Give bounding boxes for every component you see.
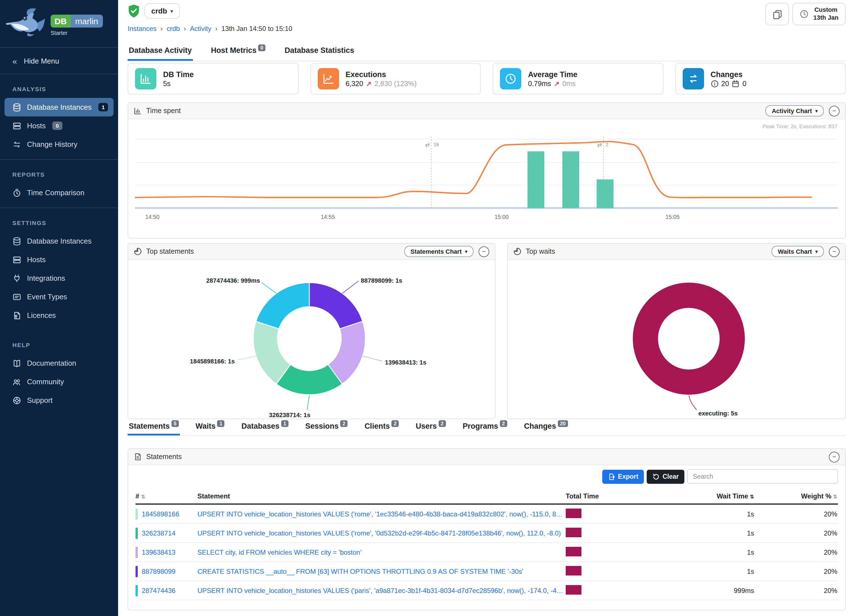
waits-chart-dropdown[interactable]: Waits Chart▾ bbox=[772, 246, 824, 257]
sidebar-item-community[interactable]: Community bbox=[4, 373, 114, 391]
sidebar-item-time-comparison[interactable]: Time Comparison bbox=[4, 183, 114, 202]
donut-slice[interactable] bbox=[256, 283, 309, 329]
sidebar-item-support[interactable]: Support bbox=[4, 391, 114, 410]
statement-id-link[interactable]: 1845898166 bbox=[142, 510, 179, 518]
statement-id-link[interactable]: 287474436 bbox=[142, 586, 175, 594]
statement-id-link[interactable]: 139638413 bbox=[142, 548, 175, 556]
total-time-bar bbox=[566, 508, 581, 518]
statement-id-link[interactable]: 887898099 bbox=[142, 567, 175, 575]
tab-badge: 1 bbox=[217, 420, 225, 427]
executions-bar[interactable] bbox=[597, 180, 614, 208]
collapse-panel-button[interactable]: − bbox=[829, 451, 839, 462]
total-time-bar bbox=[566, 585, 581, 594]
sidebar-item-label: Hosts bbox=[27, 122, 46, 130]
server-icon bbox=[12, 121, 21, 130]
donut-slice[interactable] bbox=[309, 283, 363, 329]
tab-users[interactable]: Users2 bbox=[414, 419, 447, 435]
swap-arrows-icon bbox=[682, 68, 704, 89]
card-value: 0.79ms bbox=[528, 80, 551, 88]
tab-clients[interactable]: Clients2 bbox=[363, 419, 400, 435]
breadcrumb-activity[interactable]: Activity bbox=[190, 25, 211, 33]
sidebar-item-event-types[interactable]: Event Types bbox=[4, 288, 114, 306]
export-button[interactable]: Export bbox=[602, 469, 644, 484]
app-window: DB marlin Starter « Hide Menu ANALYSIS D… bbox=[0, 0, 848, 616]
sort-icon[interactable]: ⇅ bbox=[833, 494, 837, 499]
collapse-panel-button[interactable]: − bbox=[829, 246, 839, 257]
tab-database-activity[interactable]: Database Activity bbox=[127, 43, 193, 61]
divider bbox=[0, 159, 118, 160]
statement-color-accent bbox=[135, 585, 138, 596]
breadcrumb-instances[interactable]: Instances bbox=[127, 25, 157, 33]
pie-chart-icon bbox=[134, 248, 142, 255]
statement-id-link[interactable]: 326238714 bbox=[142, 529, 175, 537]
copy-button[interactable] bbox=[766, 3, 789, 25]
card-title: Average Time bbox=[528, 70, 578, 80]
weight-value: 20% bbox=[754, 548, 837, 556]
sidebar-item-label: Support bbox=[27, 396, 53, 404]
x-tick: 14:55 bbox=[321, 214, 335, 220]
sidebar-item-label: Event Types bbox=[27, 292, 67, 301]
leader-line bbox=[689, 395, 697, 410]
sidebar-item-label: Hosts bbox=[27, 255, 46, 264]
clear-button[interactable]: Clear bbox=[647, 469, 684, 484]
tab-databases[interactable]: Databases1 bbox=[240, 419, 290, 435]
tab-badge: 2 bbox=[500, 420, 507, 427]
sidebar-item-settings-database-instances[interactable]: Database Instances bbox=[4, 232, 114, 250]
panel-title: Time spent bbox=[146, 107, 181, 115]
sidebar-item-settings-hosts[interactable]: Hosts bbox=[4, 250, 114, 269]
time-range-button[interactable]: Custom 13th Jan bbox=[793, 3, 846, 25]
delta-up-icon: ↗ bbox=[554, 80, 559, 88]
leader-line bbox=[342, 281, 359, 293]
export-icon bbox=[608, 473, 615, 480]
collapse-panel-button[interactable]: − bbox=[479, 246, 489, 257]
wait-time-value: 1s bbox=[658, 548, 754, 556]
tab-host-metrics[interactable]: Host Metrics0 bbox=[210, 43, 267, 61]
reset-icon bbox=[652, 473, 660, 480]
executions-bar[interactable] bbox=[562, 151, 579, 208]
activity-chart-dropdown[interactable]: Activity Chart▾ bbox=[766, 105, 824, 116]
tab-database-statistics[interactable]: Database Statistics bbox=[283, 43, 356, 61]
table-row: 1845898166 UPSERT INTO vehicle_location_… bbox=[135, 505, 838, 524]
db-time-line[interactable] bbox=[135, 141, 811, 197]
sidebar-item-integrations[interactable]: Integrations bbox=[4, 269, 114, 288]
sidebar-item-hosts[interactable]: Hosts 0 bbox=[4, 116, 114, 135]
tab-sessions[interactable]: Sessions2 bbox=[304, 419, 349, 435]
tab-changes[interactable]: Changes20 bbox=[523, 419, 569, 435]
donut-slice[interactable] bbox=[645, 295, 732, 382]
statement-link[interactable]: UPSERT INTO vehicle_location_histories V… bbox=[197, 586, 566, 594]
top-statements-donut: 887898099: 1s 139638413: 1s 326238714: 1… bbox=[128, 260, 495, 420]
section-reports: REPORTS bbox=[12, 171, 106, 178]
section-help: HELP bbox=[12, 341, 106, 348]
swap-arrows-icon bbox=[12, 140, 21, 149]
sidebar-item-label: Community bbox=[27, 377, 64, 386]
sidebar-item-licences[interactable]: Licences bbox=[4, 306, 114, 325]
statements-chart-dropdown[interactable]: Statements Chart▾ bbox=[404, 246, 473, 257]
statement-link[interactable]: SELECT city, id FROM vehicles WHERE city… bbox=[197, 548, 566, 556]
tab-programs[interactable]: Programs2 bbox=[462, 419, 509, 435]
executions-bar[interactable] bbox=[528, 151, 544, 208]
tab-waits[interactable]: Waits1 bbox=[194, 419, 226, 435]
sort-icon[interactable]: ⇅ bbox=[141, 494, 145, 499]
sidebar-item-documentation[interactable]: Documentation bbox=[4, 354, 114, 373]
total-time-bar bbox=[566, 546, 581, 556]
search-input[interactable] bbox=[687, 469, 838, 484]
sidebar-item-label: Licences bbox=[27, 311, 56, 319]
sort-icon[interactable]: ⇅ bbox=[750, 494, 754, 499]
collapse-panel-button[interactable]: − bbox=[829, 105, 839, 116]
time-spent-chart[interactable]: ⇄ 18 ⇄ 2 14:50 14:55 15:00 15:05 bbox=[135, 133, 838, 229]
card-changes: Changes 20 0 bbox=[675, 63, 846, 95]
hide-menu-button[interactable]: « Hide Menu bbox=[0, 48, 118, 74]
tab-badge: 0 bbox=[258, 45, 265, 51]
instance-selector[interactable]: crdb ▾ bbox=[145, 3, 180, 19]
breadcrumb-crdb[interactable]: crdb bbox=[167, 25, 180, 33]
statement-link[interactable]: UPSERT INTO vehicle_location_histories V… bbox=[197, 510, 566, 518]
tab-statements[interactable]: Statements5 bbox=[127, 419, 180, 435]
slice-label: 1845898166: 1s bbox=[190, 358, 235, 365]
card-title: Executions bbox=[345, 70, 417, 80]
sidebar-item-change-history[interactable]: Change History bbox=[4, 135, 114, 154]
sidebar-item-database-instances[interactable]: Database Instances 1 bbox=[4, 98, 114, 116]
statement-link[interactable]: CREATE STATISTICS __auto__ FROM [63] WIT… bbox=[197, 567, 566, 575]
statement-link[interactable]: UPSERT INTO vehicle_location_histories V… bbox=[197, 529, 566, 537]
wait-time-value: 1s bbox=[658, 510, 754, 518]
table-row: 326238714 UPSERT INTO vehicle_location_h… bbox=[135, 524, 838, 543]
